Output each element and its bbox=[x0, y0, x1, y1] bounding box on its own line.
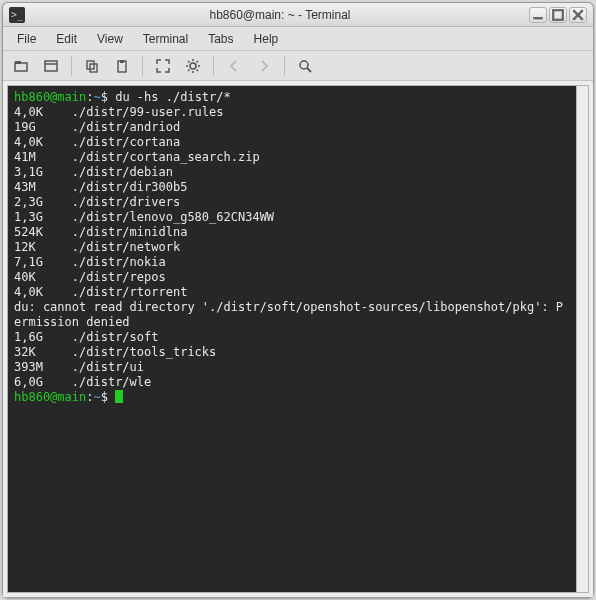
minimize-icon bbox=[530, 7, 546, 23]
search-button[interactable] bbox=[293, 54, 317, 78]
close-button[interactable] bbox=[569, 7, 587, 23]
maximize-button[interactable] bbox=[549, 7, 567, 23]
new-tab-button[interactable] bbox=[9, 54, 33, 78]
new-tab-icon bbox=[13, 58, 29, 74]
copy-button[interactable] bbox=[80, 54, 104, 78]
next-tab-icon bbox=[256, 58, 272, 74]
window-title: hb860@main: ~ - Terminal bbox=[31, 8, 529, 22]
prev-tab-button bbox=[222, 54, 246, 78]
fullscreen-button[interactable] bbox=[151, 54, 175, 78]
menubar: FileEditViewTerminalTabsHelp bbox=[3, 27, 593, 51]
cursor bbox=[115, 390, 123, 403]
fullscreen-icon bbox=[155, 58, 171, 74]
settings-icon bbox=[185, 58, 201, 74]
toolbar-separator bbox=[213, 56, 214, 76]
copy-icon bbox=[84, 58, 100, 74]
scrollbar[interactable] bbox=[576, 86, 588, 592]
next-tab-button bbox=[252, 54, 276, 78]
maximize-icon bbox=[550, 7, 566, 23]
svg-point-13 bbox=[300, 61, 308, 69]
menu-view[interactable]: View bbox=[89, 30, 131, 48]
paste-icon bbox=[114, 58, 130, 74]
close-icon bbox=[570, 7, 586, 23]
terminal-output[interactable]: hb860@main:~$ du -hs ./distr/* 4,0K ./di… bbox=[8, 86, 576, 592]
toolbar bbox=[3, 51, 593, 81]
toolbar-separator bbox=[71, 56, 72, 76]
svg-point-12 bbox=[190, 63, 196, 69]
svg-line-14 bbox=[307, 68, 311, 72]
menu-terminal[interactable]: Terminal bbox=[135, 30, 196, 48]
search-icon bbox=[297, 58, 313, 74]
svg-rect-11 bbox=[120, 60, 124, 63]
terminal-frame: hb860@main:~$ du -hs ./distr/* 4,0K ./di… bbox=[3, 81, 593, 597]
menu-file[interactable]: File bbox=[9, 30, 44, 48]
menu-tabs[interactable]: Tabs bbox=[200, 30, 241, 48]
settings-button[interactable] bbox=[181, 54, 205, 78]
app-icon: >_ bbox=[9, 7, 25, 23]
svg-rect-1 bbox=[553, 10, 563, 20]
paste-button[interactable] bbox=[110, 54, 134, 78]
terminal-window: >_ hb860@main: ~ - Terminal FileEditView… bbox=[2, 2, 594, 598]
new-window-button[interactable] bbox=[39, 54, 63, 78]
menu-help[interactable]: Help bbox=[246, 30, 287, 48]
minimize-button[interactable] bbox=[529, 7, 547, 23]
svg-rect-4 bbox=[15, 63, 27, 71]
terminal-viewport: hb860@main:~$ du -hs ./distr/* 4,0K ./di… bbox=[7, 85, 589, 593]
new-window-icon bbox=[43, 58, 59, 74]
prev-tab-icon bbox=[226, 58, 242, 74]
menu-edit[interactable]: Edit bbox=[48, 30, 85, 48]
toolbar-separator bbox=[284, 56, 285, 76]
toolbar-separator bbox=[142, 56, 143, 76]
titlebar[interactable]: >_ hb860@main: ~ - Terminal bbox=[3, 3, 593, 27]
svg-rect-6 bbox=[45, 61, 57, 71]
svg-rect-5 bbox=[15, 61, 21, 64]
